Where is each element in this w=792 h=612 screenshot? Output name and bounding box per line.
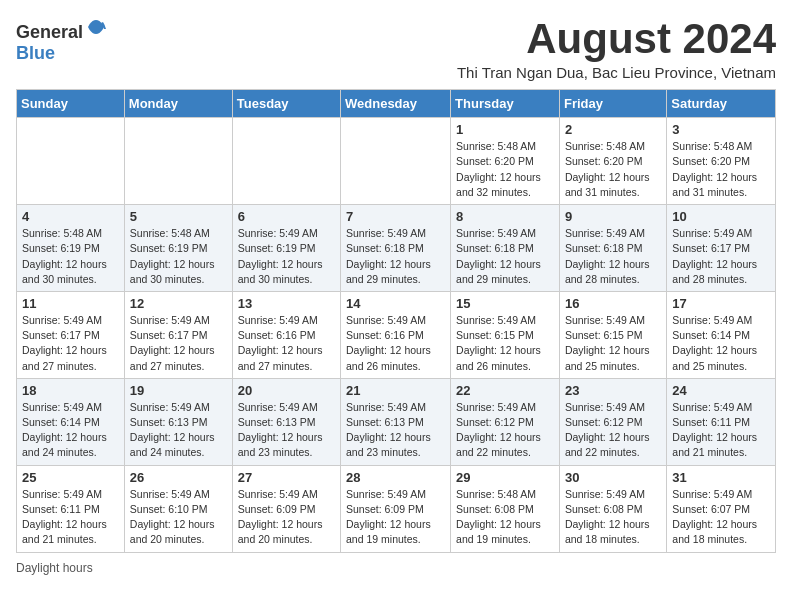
table-row: 6Sunrise: 5:49 AM Sunset: 6:19 PM Daylig… <box>232 205 340 292</box>
table-row: 24Sunrise: 5:49 AM Sunset: 6:11 PM Dayli… <box>667 378 776 465</box>
day-info: Sunrise: 5:49 AM Sunset: 6:19 PM Dayligh… <box>238 226 335 287</box>
day-info: Sunrise: 5:49 AM Sunset: 6:09 PM Dayligh… <box>238 487 335 548</box>
header: General Blue August 2024 Thi Tran Ngan D… <box>16 16 776 81</box>
day-number: 17 <box>672 296 770 311</box>
daylight-label: Daylight hours <box>16 561 93 575</box>
table-row: 5Sunrise: 5:48 AM Sunset: 6:19 PM Daylig… <box>124 205 232 292</box>
day-info: Sunrise: 5:49 AM Sunset: 6:16 PM Dayligh… <box>238 313 335 374</box>
table-row: 9Sunrise: 5:49 AM Sunset: 6:18 PM Daylig… <box>559 205 666 292</box>
table-row: 13Sunrise: 5:49 AM Sunset: 6:16 PM Dayli… <box>232 291 340 378</box>
day-number: 16 <box>565 296 661 311</box>
day-number: 31 <box>672 470 770 485</box>
logo-text-general: General <box>16 22 83 42</box>
calendar-week-row: 18Sunrise: 5:49 AM Sunset: 6:14 PM Dayli… <box>17 378 776 465</box>
day-info: Sunrise: 5:49 AM Sunset: 6:08 PM Dayligh… <box>565 487 661 548</box>
day-info: Sunrise: 5:48 AM Sunset: 6:20 PM Dayligh… <box>565 139 661 200</box>
day-number: 3 <box>672 122 770 137</box>
day-info: Sunrise: 5:48 AM Sunset: 6:08 PM Dayligh… <box>456 487 554 548</box>
table-row: 26Sunrise: 5:49 AM Sunset: 6:10 PM Dayli… <box>124 465 232 552</box>
day-number: 12 <box>130 296 227 311</box>
day-number: 28 <box>346 470 445 485</box>
title-block: August 2024 Thi Tran Ngan Dua, Bac Lieu … <box>107 16 776 81</box>
table-row <box>341 118 451 205</box>
table-row: 10Sunrise: 5:49 AM Sunset: 6:17 PM Dayli… <box>667 205 776 292</box>
day-info: Sunrise: 5:49 AM Sunset: 6:13 PM Dayligh… <box>346 400 445 461</box>
table-row <box>17 118 125 205</box>
table-row: 21Sunrise: 5:49 AM Sunset: 6:13 PM Dayli… <box>341 378 451 465</box>
table-row: 1Sunrise: 5:48 AM Sunset: 6:20 PM Daylig… <box>451 118 560 205</box>
day-info: Sunrise: 5:49 AM Sunset: 6:17 PM Dayligh… <box>130 313 227 374</box>
logo: General Blue <box>16 16 107 64</box>
footer: Daylight hours <box>16 561 776 575</box>
logo-content: General Blue <box>16 16 107 64</box>
day-number: 4 <box>22 209 119 224</box>
day-number: 24 <box>672 383 770 398</box>
day-number: 7 <box>346 209 445 224</box>
day-info: Sunrise: 5:49 AM Sunset: 6:18 PM Dayligh… <box>565 226 661 287</box>
day-number: 27 <box>238 470 335 485</box>
day-number: 14 <box>346 296 445 311</box>
day-info: Sunrise: 5:49 AM Sunset: 6:15 PM Dayligh… <box>456 313 554 374</box>
day-info: Sunrise: 5:49 AM Sunset: 6:14 PM Dayligh… <box>22 400 119 461</box>
day-info: Sunrise: 5:49 AM Sunset: 6:18 PM Dayligh… <box>346 226 445 287</box>
calendar-header-monday: Monday <box>124 90 232 118</box>
table-row <box>232 118 340 205</box>
day-number: 23 <box>565 383 661 398</box>
table-row: 15Sunrise: 5:49 AM Sunset: 6:15 PM Dayli… <box>451 291 560 378</box>
day-number: 30 <box>565 470 661 485</box>
day-info: Sunrise: 5:49 AM Sunset: 6:11 PM Dayligh… <box>672 400 770 461</box>
calendar-week-row: 4Sunrise: 5:48 AM Sunset: 6:19 PM Daylig… <box>17 205 776 292</box>
table-row: 4Sunrise: 5:48 AM Sunset: 6:19 PM Daylig… <box>17 205 125 292</box>
day-info: Sunrise: 5:48 AM Sunset: 6:19 PM Dayligh… <box>22 226 119 287</box>
day-number: 5 <box>130 209 227 224</box>
day-info: Sunrise: 5:48 AM Sunset: 6:19 PM Dayligh… <box>130 226 227 287</box>
day-number: 6 <box>238 209 335 224</box>
day-number: 18 <box>22 383 119 398</box>
calendar-week-row: 11Sunrise: 5:49 AM Sunset: 6:17 PM Dayli… <box>17 291 776 378</box>
calendar-header-row: SundayMondayTuesdayWednesdayThursdayFrid… <box>17 90 776 118</box>
table-row: 18Sunrise: 5:49 AM Sunset: 6:14 PM Dayli… <box>17 378 125 465</box>
calendar-subtitle: Thi Tran Ngan Dua, Bac Lieu Province, Vi… <box>107 64 776 81</box>
table-row: 30Sunrise: 5:49 AM Sunset: 6:08 PM Dayli… <box>559 465 666 552</box>
day-info: Sunrise: 5:49 AM Sunset: 6:15 PM Dayligh… <box>565 313 661 374</box>
table-row <box>124 118 232 205</box>
table-row: 12Sunrise: 5:49 AM Sunset: 6:17 PM Dayli… <box>124 291 232 378</box>
calendar-week-row: 25Sunrise: 5:49 AM Sunset: 6:11 PM Dayli… <box>17 465 776 552</box>
day-number: 21 <box>346 383 445 398</box>
calendar-table: SundayMondayTuesdayWednesdayThursdayFrid… <box>16 89 776 552</box>
table-row: 28Sunrise: 5:49 AM Sunset: 6:09 PM Dayli… <box>341 465 451 552</box>
day-number: 9 <box>565 209 661 224</box>
day-info: Sunrise: 5:49 AM Sunset: 6:18 PM Dayligh… <box>456 226 554 287</box>
day-number: 10 <box>672 209 770 224</box>
day-info: Sunrise: 5:49 AM Sunset: 6:11 PM Dayligh… <box>22 487 119 548</box>
day-number: 2 <box>565 122 661 137</box>
calendar-week-row: 1Sunrise: 5:48 AM Sunset: 6:20 PM Daylig… <box>17 118 776 205</box>
logo-text-blue: Blue <box>16 43 55 63</box>
table-row: 19Sunrise: 5:49 AM Sunset: 6:13 PM Dayli… <box>124 378 232 465</box>
table-row: 16Sunrise: 5:49 AM Sunset: 6:15 PM Dayli… <box>559 291 666 378</box>
day-info: Sunrise: 5:49 AM Sunset: 6:12 PM Dayligh… <box>565 400 661 461</box>
calendar-title: August 2024 <box>107 16 776 62</box>
calendar-header-saturday: Saturday <box>667 90 776 118</box>
day-info: Sunrise: 5:48 AM Sunset: 6:20 PM Dayligh… <box>672 139 770 200</box>
day-info: Sunrise: 5:49 AM Sunset: 6:12 PM Dayligh… <box>456 400 554 461</box>
day-number: 11 <box>22 296 119 311</box>
table-row: 31Sunrise: 5:49 AM Sunset: 6:07 PM Dayli… <box>667 465 776 552</box>
table-row: 17Sunrise: 5:49 AM Sunset: 6:14 PM Dayli… <box>667 291 776 378</box>
day-info: Sunrise: 5:49 AM Sunset: 6:17 PM Dayligh… <box>672 226 770 287</box>
logo-wave-icon <box>85 16 107 38</box>
day-info: Sunrise: 5:49 AM Sunset: 6:13 PM Dayligh… <box>238 400 335 461</box>
day-number: 13 <box>238 296 335 311</box>
calendar-header-thursday: Thursday <box>451 90 560 118</box>
table-row: 8Sunrise: 5:49 AM Sunset: 6:18 PM Daylig… <box>451 205 560 292</box>
day-info: Sunrise: 5:49 AM Sunset: 6:13 PM Dayligh… <box>130 400 227 461</box>
table-row: 11Sunrise: 5:49 AM Sunset: 6:17 PM Dayli… <box>17 291 125 378</box>
table-row: 2Sunrise: 5:48 AM Sunset: 6:20 PM Daylig… <box>559 118 666 205</box>
day-info: Sunrise: 5:49 AM Sunset: 6:14 PM Dayligh… <box>672 313 770 374</box>
table-row: 7Sunrise: 5:49 AM Sunset: 6:18 PM Daylig… <box>341 205 451 292</box>
day-number: 8 <box>456 209 554 224</box>
day-number: 26 <box>130 470 227 485</box>
day-number: 20 <box>238 383 335 398</box>
day-number: 25 <box>22 470 119 485</box>
table-row: 23Sunrise: 5:49 AM Sunset: 6:12 PM Dayli… <box>559 378 666 465</box>
